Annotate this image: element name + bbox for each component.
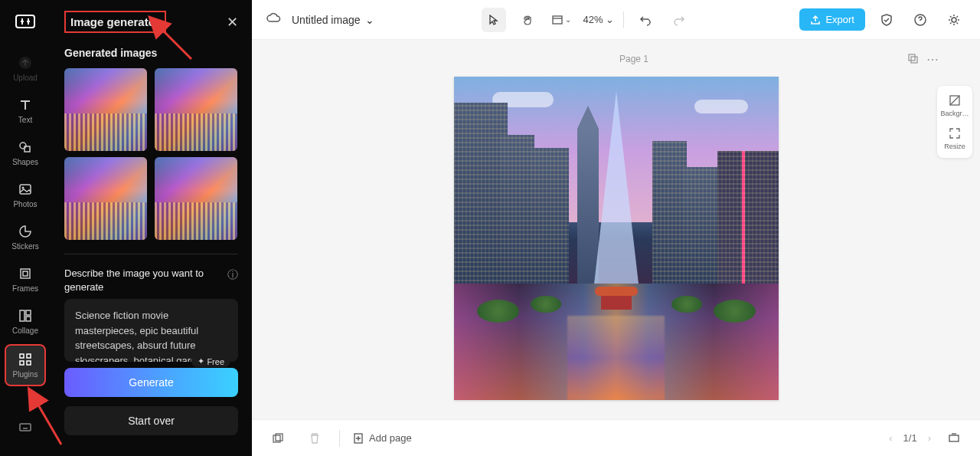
layout-tool[interactable]: ⌄ — [549, 8, 573, 32]
svg-rect-9 — [26, 310, 31, 315]
upload-icon — [18, 55, 33, 71]
export-icon — [810, 15, 821, 25]
pager: ‹ 1/1 › — [889, 426, 966, 451]
export-button[interactable]: Export — [799, 8, 865, 31]
help-icon[interactable] — [908, 8, 933, 32]
generate-button[interactable]: Generate — [64, 368, 238, 397]
divider — [64, 254, 238, 254]
topbar-center: ⌄ 42%⌄ — [482, 8, 691, 32]
rail-shapes-label: Shapes — [12, 158, 38, 166]
panel-title: Image generator — [64, 11, 166, 33]
svg-point-2 — [20, 143, 26, 149]
redo-button[interactable] — [667, 8, 691, 32]
shapes-icon — [18, 139, 33, 155]
layers-icon[interactable] — [266, 426, 290, 451]
plugins-icon — [18, 352, 33, 367]
zoom-control[interactable]: 42%⌄ — [583, 14, 614, 25]
resize-tool[interactable]: Resize — [944, 126, 965, 150]
rail-shapes[interactable]: Shapes — [5, 133, 46, 172]
svg-rect-15 — [20, 424, 31, 431]
close-panel-button[interactable]: ✕ — [227, 14, 238, 31]
add-page-icon — [352, 432, 364, 445]
chevron-down-icon: ⌄ — [606, 14, 614, 25]
left-rail: Upload Text Shapes Photos Stickers Frame… — [0, 0, 51, 456]
shield-icon[interactable] — [874, 8, 899, 32]
generated-thumb-3[interactable] — [64, 157, 147, 240]
canvas-image[interactable] — [454, 77, 779, 400]
stickers-icon — [18, 224, 33, 239]
rail-plugins[interactable]: Plugins — [5, 344, 46, 386]
svg-rect-7 — [23, 271, 28, 276]
describe-row: Describe the image you want to generate … — [64, 267, 238, 294]
svg-rect-13 — [20, 361, 24, 365]
undo-button[interactable] — [633, 8, 658, 32]
add-page-button[interactable]: Add page — [352, 432, 412, 445]
background-tool[interactable]: Backgr… — [940, 93, 969, 117]
page-counter: 1/1 — [903, 432, 917, 444]
separator — [623, 11, 624, 28]
svg-rect-6 — [21, 269, 30, 278]
free-badge-label: Free — [207, 357, 224, 366]
page-label: Page 1 — [619, 54, 648, 64]
svg-point-19 — [952, 18, 956, 22]
svg-rect-20 — [909, 54, 915, 61]
sparkle-icon: ✦ — [198, 356, 204, 366]
rail-upload-label: Upload — [13, 74, 38, 82]
svg-line-23 — [950, 96, 959, 105]
generated-thumbnails — [64, 68, 238, 240]
prompt-input[interactable]: Science fiction movie masterpieces, epic… — [64, 299, 238, 362]
rail-plugins-label: Plugins — [13, 370, 38, 379]
chevron-down-icon: ⌄ — [365, 14, 374, 26]
document-title[interactable]: Untitled image⌄ — [292, 14, 374, 26]
rail-frames-label: Frames — [12, 284, 38, 293]
rail-frames[interactable]: Frames — [5, 260, 46, 299]
start-over-button[interactable]: Start over — [64, 406, 238, 435]
background-label: Backgr… — [940, 110, 969, 117]
text-icon — [18, 97, 33, 113]
frames-icon — [18, 266, 33, 281]
rail-photos-label: Photos — [13, 200, 37, 208]
svg-rect-4 — [20, 185, 31, 194]
duplicate-page-icon[interactable] — [906, 52, 919, 67]
page-tools: ⋯ — [906, 52, 939, 67]
background-icon — [948, 93, 962, 107]
describe-label: Describe the image you want to generate — [64, 267, 217, 294]
topbar: Untitled image⌄ ⌄ 42%⌄ Export — [252, 0, 980, 40]
main-area: Untitled image⌄ ⌄ 42%⌄ Export Page 1 ⋯ — [252, 0, 980, 456]
rail-stickers[interactable]: Stickers — [5, 218, 46, 257]
photos-icon — [18, 182, 33, 197]
page-more-icon[interactable]: ⋯ — [926, 52, 939, 67]
info-icon[interactable]: ⓘ — [227, 268, 238, 282]
rail-collage[interactable]: Collage — [5, 302, 46, 341]
cloud-status-icon[interactable] — [266, 11, 281, 29]
generate-group: Science fiction movie masterpieces, epic… — [64, 299, 238, 397]
trash-icon[interactable] — [302, 426, 327, 451]
settings-icon[interactable] — [942, 8, 966, 32]
next-page-button[interactable]: › — [928, 432, 931, 444]
prev-page-button[interactable]: ‹ — [889, 432, 892, 444]
generated-thumb-1[interactable] — [64, 68, 147, 151]
generated-thumb-2[interactable] — [155, 68, 237, 151]
svg-rect-12 — [27, 354, 31, 358]
canvas-area[interactable]: Page 1 ⋯ Backgr… — [252, 40, 980, 419]
svg-rect-25 — [276, 434, 283, 441]
free-badge: ✦Free — [191, 356, 230, 367]
chevron-down-icon: ⌄ — [565, 15, 571, 24]
keyboard-icon — [18, 419, 33, 435]
add-page-label: Add page — [369, 432, 412, 444]
svg-rect-14 — [27, 361, 31, 365]
rail-collage-label: Collage — [12, 326, 38, 335]
separator — [339, 430, 340, 447]
app-logo[interactable] — [13, 9, 38, 34]
generated-thumb-4[interactable] — [155, 157, 237, 240]
pointer-tool[interactable] — [482, 8, 506, 32]
hand-tool[interactable] — [515, 8, 540, 32]
rail-text[interactable]: Text — [5, 91, 46, 130]
svg-rect-11 — [20, 354, 24, 358]
rail-upload[interactable]: Upload — [5, 49, 46, 88]
rail-stickers-label: Stickers — [11, 242, 39, 251]
image-generator-panel: Image generator ✕ Generated images Descr… — [51, 0, 252, 456]
present-icon[interactable] — [942, 426, 966, 451]
rail-keyboard[interactable] — [5, 413, 46, 441]
rail-photos[interactable]: Photos — [5, 176, 46, 215]
